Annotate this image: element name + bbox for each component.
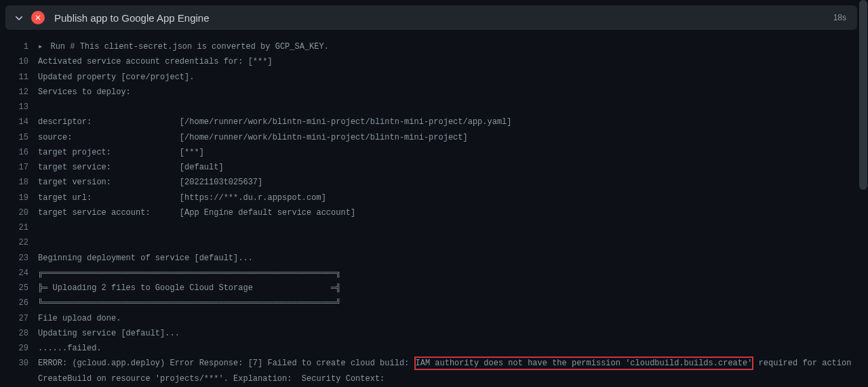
log-text: Updated property [core/project]. — [38, 70, 868, 85]
log-text: target service: [default] — [38, 160, 868, 175]
line-number: 1 — [0, 39, 38, 54]
error-highlight: IAM authority does not have the permissi… — [414, 357, 754, 370]
log-line: 13 — [0, 100, 868, 115]
log-text: Services to deploy: — [38, 85, 868, 100]
line-number: 15 — [0, 130, 38, 145]
scrollbar-thumb[interactable] — [859, 0, 867, 190]
line-number: 14 — [0, 115, 38, 129]
line-number: 19 — [0, 190, 38, 205]
line-number: 27 — [0, 311, 38, 326]
log-line: 16target project: [***] — [0, 145, 868, 160]
log-line: 21 — [0, 220, 868, 235]
log-text: descriptor: [/home/runner/work/blintn-mi… — [38, 115, 868, 129]
log-line: 23Beginning deployment of service [defau… — [0, 251, 868, 266]
log-text: ╚═══════════════════════════════════════… — [38, 296, 868, 310]
log-line: 18target version: [20221103t025637] — [0, 175, 868, 190]
line-number: 30 — [0, 356, 38, 386]
step-header[interactable]: Publish app to Google App Engine 18s — [5, 5, 857, 30]
log-text: ▸ Run # This client-secret.json is conve… — [38, 39, 868, 54]
log-line: 29......failed. — [0, 341, 868, 356]
log-text: ......failed. — [38, 341, 868, 356]
log-text — [38, 100, 868, 115]
line-number: 28 — [0, 326, 38, 341]
log-line: 24╔═════════════════════════════════════… — [0, 266, 868, 281]
log-text: target service account: [App Engine defa… — [38, 205, 868, 220]
line-number: 16 — [0, 145, 38, 160]
log-line: 1▸ Run # This client-secret.json is conv… — [0, 39, 868, 54]
line-number: 26 — [0, 296, 38, 310]
log-line: 19target url: [https://***.du.r.appspot.… — [0, 190, 868, 205]
log-text: ERROR: (gcloud.app.deploy) Error Respons… — [38, 356, 868, 386]
log-line: 17target service: [default] — [0, 160, 868, 175]
scrollbar[interactable] — [859, 0, 868, 387]
log-text: Updating service [default]... — [38, 326, 868, 341]
log-text: target project: [***] — [38, 145, 868, 160]
fold-arrow-icon[interactable]: ▸ — [38, 42, 47, 52]
log-line: 10Activated service account credentials … — [0, 54, 868, 69]
line-number: 23 — [0, 251, 38, 266]
line-number: 12 — [0, 85, 38, 100]
log-text — [38, 235, 868, 250]
line-number: 17 — [0, 160, 38, 175]
log-text: source: [/home/runner/work/blintn-mini-p… — [38, 130, 868, 145]
status-failed-icon — [31, 11, 45, 24]
log-line: 12Services to deploy: — [0, 85, 868, 100]
line-number: 20 — [0, 205, 38, 220]
line-number: 22 — [0, 235, 38, 250]
line-number: 10 — [0, 54, 38, 69]
log-line: 28Updating service [default]... — [0, 326, 868, 341]
line-number: 25 — [0, 281, 38, 296]
line-number: 13 — [0, 100, 38, 115]
log-text — [38, 220, 868, 235]
log-line: 25╠═ Uploading 2 files to Google Cloud S… — [0, 281, 868, 296]
log-line: 26╚═════════════════════════════════════… — [0, 296, 868, 310]
chevron-down-icon — [14, 12, 24, 23]
line-number: 21 — [0, 220, 38, 235]
log-text: target version: [20221103t025637] — [38, 175, 868, 190]
line-number: 18 — [0, 175, 38, 190]
log-line: 22 — [0, 235, 868, 250]
log-text: target url: [https://***.du.r.appspot.co… — [38, 190, 868, 205]
line-number: 29 — [0, 341, 38, 356]
log-line: 14descriptor: [/home/runner/work/blintn-… — [0, 115, 868, 129]
log-line: 20target service account: [App Engine de… — [0, 205, 868, 220]
log-text: ╔═══════════════════════════════════════… — [38, 266, 868, 281]
step-title: Publish app to Google App Engine — [54, 12, 833, 24]
log-output: 1▸ Run # This client-secret.json is conv… — [0, 35, 868, 387]
log-line: 11Updated property [core/project]. — [0, 70, 868, 85]
step-duration: 18s — [833, 13, 849, 22]
line-number: 11 — [0, 70, 38, 85]
log-text: File upload done. — [38, 311, 868, 326]
log-line-error: 30ERROR: (gcloud.app.deploy) Error Respo… — [0, 356, 868, 386]
line-number: 24 — [0, 266, 38, 281]
log-text: Activated service account credentials fo… — [38, 54, 868, 69]
log-text: Beginning deployment of service [default… — [38, 251, 868, 266]
log-line: 15source: [/home/runner/work/blintn-mini… — [0, 130, 868, 145]
log-text: ╠═ Uploading 2 files to Google Cloud Sto… — [38, 281, 868, 296]
log-line: 27File upload done. — [0, 311, 868, 326]
